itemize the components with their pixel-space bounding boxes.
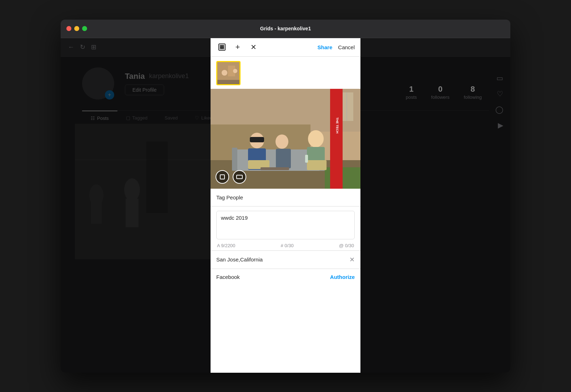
svg-rect-41: [261, 167, 289, 170]
mention-counter: @ 0/30: [339, 243, 354, 248]
svg-point-35: [276, 134, 288, 149]
share-button[interactable]: Share: [318, 44, 333, 50]
thumbnail-1[interactable]: [216, 61, 241, 85]
caption-section: A 9/2200 # 0/30 @ 0/30: [211, 207, 360, 250]
svg-rect-43: [237, 175, 242, 179]
thumbnail-strip: [211, 57, 360, 89]
svg-text:THE TECH: THE TECH: [335, 117, 339, 133]
close-button[interactable]: [66, 26, 71, 31]
svg-rect-32: [250, 137, 264, 142]
location-text: San Jose,California: [216, 256, 349, 263]
app-background: ← ↻ ⊞ + Tania karpenkolive1 Edit Profile: [61, 38, 510, 373]
square-format-button[interactable]: [216, 170, 229, 184]
svg-rect-18: [217, 80, 241, 85]
add-media-button[interactable]: +: [232, 41, 243, 53]
app-window: Grids - karpenkolive1 ← ↻ ⊞ + Tania karp…: [61, 20, 510, 373]
thumbnail-photo-1: [217, 62, 239, 84]
landscape-format-button[interactable]: [233, 170, 246, 184]
photo-preview: THE TECH: [211, 89, 360, 189]
tag-people-section[interactable]: Tag People: [211, 189, 360, 207]
caption-counters: A 9/2200 # 0/30 @ 0/30: [216, 241, 355, 250]
facebook-label: Facebook: [216, 274, 330, 280]
facebook-row: Facebook Authorize: [211, 269, 360, 285]
svg-rect-26: [330, 89, 343, 189]
toolbar-right: Share Cancel: [318, 44, 355, 50]
svg-rect-11: [222, 45, 224, 47]
share-modal: + ✕ Share Cancel: [211, 38, 360, 373]
svg-rect-12: [220, 47, 222, 49]
titlebar: Grids - karpenkolive1: [61, 20, 510, 38]
svg-rect-36: [276, 149, 291, 168]
svg-point-37: [308, 130, 324, 147]
svg-rect-39: [307, 160, 327, 170]
cancel-button[interactable]: Cancel: [338, 44, 355, 50]
tag-people-label: Tag People: [216, 194, 243, 200]
toolbar-left: + ✕: [216, 41, 259, 53]
svg-rect-10: [220, 45, 222, 47]
svg-point-16: [222, 70, 227, 76]
plus-icon: +: [236, 42, 240, 52]
photo-controls: [216, 170, 246, 184]
facebook-authorize-button[interactable]: Authorize: [330, 274, 355, 280]
svg-rect-29: [232, 148, 237, 171]
caption-input[interactable]: [216, 211, 355, 239]
svg-rect-40: [305, 155, 308, 163]
hashtag-counter: # 0/30: [281, 243, 294, 248]
modal-toolbar: + ✕ Share Cancel: [211, 38, 360, 57]
window-title: Grids - karpenkolive1: [260, 26, 311, 31]
close-icon: ✕: [251, 43, 257, 51]
close-modal-button[interactable]: ✕: [248, 41, 259, 53]
maximize-button[interactable]: [82, 26, 87, 31]
char-counter: A 9/2200: [217, 243, 235, 248]
svg-point-17: [233, 69, 237, 73]
svg-rect-13: [222, 47, 224, 49]
svg-rect-42: [220, 175, 224, 179]
svg-rect-22: [346, 92, 347, 121]
clear-location-button[interactable]: ✕: [349, 256, 355, 264]
minimize-button[interactable]: [74, 26, 79, 31]
library-icon-button[interactable]: [216, 41, 228, 53]
location-row: San Jose,California ✕: [211, 250, 360, 269]
window-controls: [66, 26, 87, 31]
